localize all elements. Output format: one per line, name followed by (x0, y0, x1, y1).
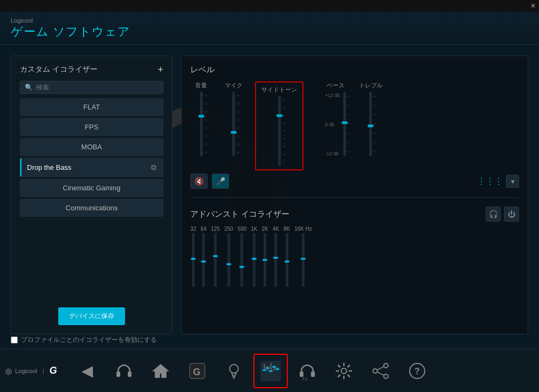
eq-thumb-500[interactable] (239, 266, 244, 268)
eq-label-125: 125 (211, 226, 220, 232)
headset-nav-icon (114, 361, 134, 381)
svg-point-27 (341, 368, 347, 374)
eq-thumb-64[interactable] (201, 260, 206, 263)
title-bar: ✕ (0, 0, 539, 12)
nav-back-button[interactable]: ◀ (70, 354, 105, 388)
eq-grid-icon (259, 360, 282, 382)
power-eq-button[interactable]: ⏻ (504, 207, 519, 222)
treble-thumb[interactable] (368, 125, 374, 127)
left-panel: カスタム イコライザー + 🔍 FLAT FPS MOBA Drop the B… (11, 56, 172, 334)
eq-freq-16k: 16K Hz (294, 226, 312, 289)
volume-slider-group: 音量 (190, 81, 212, 156)
share-icon (371, 361, 390, 381)
svg-rect-21 (269, 370, 273, 372)
eq-freq-8k: 8K (284, 226, 290, 289)
preset-flat[interactable]: FLAT (20, 98, 163, 116)
headset-71-icon: 7.1 (297, 361, 317, 381)
search-box[interactable]: 🔍 (20, 81, 163, 94)
eq-thumb-16k[interactable] (301, 258, 306, 260)
svg-rect-25 (311, 372, 315, 377)
eq-thumb-4k[interactable] (273, 257, 278, 259)
svg-rect-6 (128, 372, 132, 377)
mic-mute-button[interactable]: 🎤 (212, 174, 229, 189)
nav-home-button[interactable] (143, 354, 178, 388)
lightbulb-icon (224, 361, 244, 381)
home-icon (151, 361, 170, 381)
nav-share-button[interactable] (363, 354, 398, 388)
brand-text: Logicool (11, 17, 528, 24)
eq-thumb-2k[interactable] (262, 259, 267, 261)
eq-label-8k: 8K (284, 226, 290, 232)
help-icon: ? (407, 361, 427, 381)
sidetone-thumb[interactable] (277, 114, 282, 117)
svg-marker-7 (153, 365, 168, 377)
nav-71-button[interactable]: 7.1 (290, 354, 324, 388)
nav-help-button[interactable]: ? (400, 354, 434, 388)
treble-track[interactable] (369, 92, 372, 156)
eq-dots-button[interactable]: ⋮⋮⋮ (477, 176, 503, 187)
eq-controls: 🎧 ⏻ (486, 207, 519, 222)
eq-preset-controls: ⋮⋮⋮ ▾ (477, 175, 519, 188)
treble-label: トレブル (359, 81, 383, 90)
mic-label: マイク (225, 81, 243, 90)
add-preset-button[interactable]: + (157, 65, 163, 74)
sidetone-wrapper: サイドトーン (255, 81, 303, 170)
app-title: ゲーム ソフトウェア (11, 24, 528, 40)
g-brand-icon: G (50, 365, 57, 376)
eq-header: アドバンスト イコライザー 🎧 ⏻ (190, 207, 519, 222)
mic-track[interactable] (232, 92, 235, 156)
svg-text:7.1: 7.1 (302, 377, 308, 381)
svg-point-10 (230, 365, 238, 373)
divider (190, 197, 519, 198)
svg-rect-24 (300, 372, 303, 377)
nav-eq-button[interactable] (253, 354, 288, 388)
mic-thumb[interactable] (231, 131, 237, 134)
eq-label-16k: 16K Hz (294, 226, 312, 232)
sidetone-ticks (282, 96, 285, 166)
svg-text:G: G (193, 367, 201, 377)
preset-list: FLAT FPS MOBA Drop the Bass ⧉ Cinematic … (20, 98, 163, 299)
headphone-eq-button[interactable]: 🎧 (486, 207, 501, 222)
eq-thumb-1k[interactable] (252, 258, 257, 260)
volume-label: 音量 (195, 81, 207, 90)
nav-headset-button[interactable] (107, 354, 141, 388)
svg-rect-20 (266, 367, 270, 369)
header: Logicool ゲーム ソフトウェア (0, 12, 539, 45)
bass-thumb[interactable] (342, 121, 348, 124)
mic-mute-icon: 🎤 (216, 177, 225, 185)
bass-track[interactable] (343, 92, 346, 156)
save-to-device-button[interactable]: デバイスに保存 (58, 307, 125, 325)
sidetone-label: サイドトーン (261, 86, 297, 94)
preset-cinematic-gaming[interactable]: Cinematic Gaming (20, 179, 163, 197)
back-icon: ◀ (81, 362, 93, 380)
nav-lighting-button[interactable] (217, 354, 251, 388)
expand-button[interactable]: ▾ (506, 175, 519, 188)
panel-header: カスタム イコライザー + (20, 65, 163, 74)
db-minus12-label: -12 db (325, 151, 340, 156)
bottom-logo: ◎ Logicool | G (5, 365, 57, 376)
preset-drop-the-bass[interactable]: Drop the Bass ⧉ (20, 158, 163, 177)
volume-thumb[interactable] (198, 115, 204, 118)
preset-communications[interactable]: Communications (20, 199, 163, 217)
nav-settings-button[interactable] (327, 354, 361, 388)
volume-mute-button[interactable]: 🔇 (190, 174, 208, 189)
power-icon: ⏻ (508, 210, 515, 218)
eq-label-32: 32 (190, 226, 196, 232)
volume-ticks (204, 92, 207, 156)
search-input[interactable] (36, 84, 158, 91)
eq-label-64: 64 (201, 226, 206, 232)
preset-moba[interactable]: MOBA (20, 138, 163, 156)
sidetone-track[interactable] (278, 96, 281, 166)
eq-thumb-8k[interactable] (285, 260, 289, 263)
treble-ticks (374, 92, 376, 156)
eq-thumb-125[interactable] (213, 255, 218, 257)
eq-title: アドバンスト イコライザー (190, 209, 289, 219)
eq-thumb-250[interactable] (226, 263, 231, 265)
settings-icon (334, 361, 354, 381)
close-button[interactable]: ✕ (530, 2, 536, 10)
volume-track[interactable] (200, 92, 203, 156)
nav-g-button[interactable]: G (180, 354, 215, 388)
preset-fps[interactable]: FPS (20, 118, 163, 136)
svg-rect-16 (270, 363, 272, 372)
eq-thumb-32[interactable] (191, 258, 196, 260)
